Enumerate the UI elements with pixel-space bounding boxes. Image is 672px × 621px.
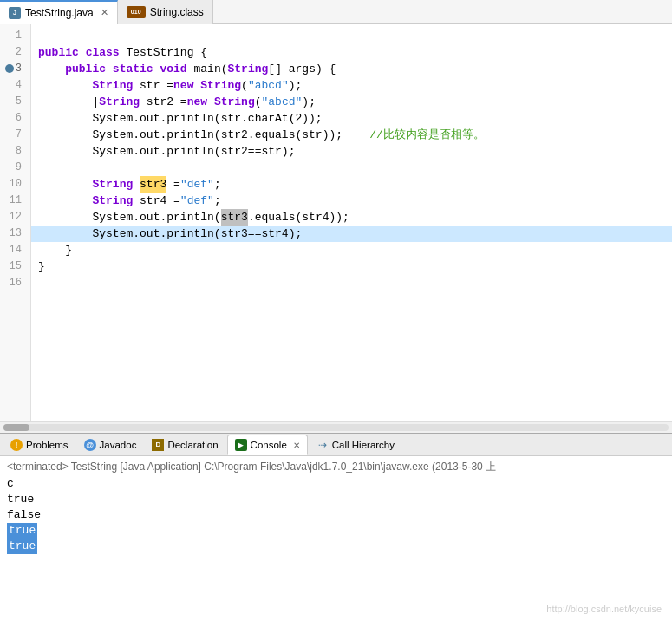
tab-console-close-icon[interactable]: ✕ [293,441,300,450]
line-num-3: 3 [3,61,25,77]
tab-bar: J TestString.java ✕ 010 String.class [0,0,672,24]
code-line-12: System.out.println(str3.equals(str4)); [31,209,672,226]
tab-callhierarchy-label: Call Hierarchy [332,440,395,450]
tab-teststring-label: TestString.java [25,7,94,19]
line-num-15: 15 [3,258,25,275]
bottom-tab-bar: ! Problems @ Javadoc D Declaration ▶ Con… [0,434,672,456]
tab-problems-label: Problems [26,440,69,450]
line-num-2: 2 [3,44,25,61]
line-num-1: 1 [3,28,25,44]
line-num-12: 12 [3,209,25,226]
console-output: c true false true true [7,476,665,554]
console-line-true1: true [7,492,665,507]
line-num-7: 7 [3,127,25,143]
tab-close-icon[interactable]: ✕ [101,7,108,18]
tab-javadoc-label: Javadoc [100,440,137,450]
console-icon: ▶ [235,439,247,451]
line-num-6: 6 [3,110,25,127]
line-num-10: 10 [3,176,25,193]
code-line-8: System.out.println(str2==str); [31,143,672,160]
tab-callhierarchy[interactable]: ⇢ Call Hierarchy [310,435,401,455]
problems-icon: ! [10,439,23,451]
code-lines[interactable]: public class TestString { public static … [31,24,672,421]
line-num-8: 8 [3,143,25,160]
code-line-13: System.out.println(str3==str4); [31,226,672,242]
code-line-3: public static void main(String[] args) { [31,61,672,77]
class-file-icon: 010 [127,6,146,18]
tab-javadoc[interactable]: @ Javadoc [77,435,144,455]
horizontal-scrollbar[interactable] [0,421,672,433]
line-num-16: 16 [3,275,25,291]
line-num-13: 13 [3,226,25,242]
editor-container: J TestString.java ✕ 010 String.class 1 2… [0,0,672,434]
code-line-9 [31,160,672,176]
tab-console[interactable]: ▶ Console ✕ [227,435,308,455]
line-num-14: 14 [3,242,25,258]
code-line-5: |String str2 = new String("abcd"); [31,94,672,110]
code-line-2: public class TestString { [31,44,672,61]
console-line-c: c [7,476,665,492]
tab-problems[interactable]: ! Problems [3,435,75,455]
line-num-4: 4 [3,77,25,94]
line-num-11: 11 [3,193,25,209]
tab-console-label: Console [251,440,287,450]
declaration-icon: D [152,439,164,451]
javadoc-icon: @ [84,439,96,451]
console-header: <terminated> TestString [Java Applicatio… [7,460,665,474]
watermark: http://blog.csdn.net/kycuise [546,604,662,614]
tab-declaration[interactable]: D Declaration [145,435,225,455]
code-line-4: String str = new String("abcd"); [31,77,672,94]
console-line-false: false [7,507,665,523]
code-line-6: System.out.println(str.charAt(2)); [31,110,672,127]
tab-string[interactable]: 010 String.class [118,0,213,24]
code-line-16 [31,275,672,291]
tab-string-label: String.class [150,6,204,18]
code-line-1 [31,28,672,44]
line-num-5: 5 [3,94,25,110]
code-line-11: String str4 = "def"; [31,193,672,209]
code-line-14: } [31,242,672,258]
tab-teststring[interactable]: J TestString.java ✕ [0,0,118,24]
code-line-10: String str3 = "def"; [31,176,672,193]
java-file-icon: J [9,7,21,19]
console-area: <terminated> TestString [Java Applicatio… [0,456,672,621]
callhierarchy-icon: ⇢ [316,439,329,451]
console-line-true2: true [7,523,665,539]
console-line-true3: true [7,539,665,554]
code-line-15: } [31,258,672,275]
code-line-7: System.out.println(str2.equals(str)); //… [31,127,672,143]
line-num-9: 9 [3,160,25,176]
code-area: 1 2 3 4 5 6 7 8 9 10 11 12 13 14 15 16 p… [0,24,672,421]
line-numbers: 1 2 3 4 5 6 7 8 9 10 11 12 13 14 15 16 [0,24,31,421]
tab-declaration-label: Declaration [167,440,218,450]
bottom-panel: ! Problems @ Javadoc D Declaration ▶ Con… [0,434,672,621]
